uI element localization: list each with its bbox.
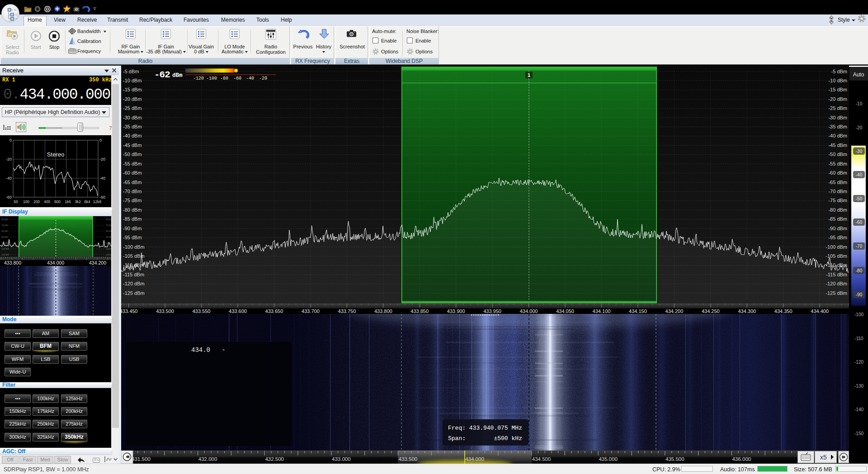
svg-text:436.000: 436.000	[732, 456, 751, 462]
svg-text:434.500: 434.500	[532, 456, 551, 462]
svg-text:-75 dBm: -75 dBm	[123, 198, 142, 203]
svg-text:-50 dBm: -50 dBm	[123, 152, 142, 157]
svg-text:-62: -62	[154, 70, 170, 80]
svg-text:-30 dBm: -30 dBm	[123, 115, 142, 120]
svg-text:434.000: 434.000	[520, 308, 538, 314]
svg-text:Freq: 433.940.075 MHz: Freq: 433.940.075 MHz	[448, 425, 522, 431]
svg-text:433.700: 433.700	[302, 308, 320, 314]
svg-text:-115 dBm: -115 dBm	[826, 272, 847, 277]
svg-text:433.750: 433.750	[338, 308, 356, 314]
svg-text:-40 dBm: -40 dBm	[123, 133, 142, 138]
svg-text:-10: -10	[856, 101, 863, 106]
svg-text:434.000: 434.000	[465, 456, 484, 462]
svg-text:-80: -80	[856, 268, 863, 273]
svg-text:0: 0	[99, 138, 102, 142]
svg-text:-90.000: -90.000	[105, 236, 111, 238]
svg-text:-90 dBm: -90 dBm	[123, 226, 142, 231]
svg-text:-125 dBm: -125 dBm	[123, 290, 145, 296]
svg-text:-105 dBm: -105 dBm	[826, 253, 847, 259]
svg-text:-90 dBm: -90 dBm	[828, 226, 847, 231]
svg-text:-70.000: -70.000	[105, 224, 111, 227]
svg-text:-70.000: -70.000	[1, 224, 8, 227]
svg-text:434.150: 434.150	[629, 308, 647, 314]
svg-text:434.350: 434.350	[774, 308, 793, 314]
svg-text:x5: x5	[820, 454, 827, 461]
svg-text:-100 dBm: -100 dBm	[123, 244, 145, 250]
svg-text:-60: -60	[99, 195, 105, 199]
svg-text:-95 dBm: -95 dBm	[123, 235, 142, 240]
svg-text:435.500: 435.500	[665, 456, 684, 462]
svg-text:-45 dBm: -45 dBm	[828, 142, 847, 148]
svg-text:434.050: 434.050	[556, 308, 574, 314]
svg-text:432.000: 432.000	[198, 456, 217, 462]
svg-text:-70 dBm: -70 dBm	[123, 189, 142, 194]
svg-text:-60 dBm: -60 dBm	[828, 170, 847, 175]
svg-text:12k8: 12k8	[93, 199, 102, 204]
svg-text:431.500: 431.500	[132, 456, 151, 462]
svg-text:-115 dBm: -115 dBm	[123, 272, 144, 277]
svg-text:3k2: 3k2	[75, 199, 81, 204]
svg-text:400: 400	[44, 199, 50, 204]
svg-text:-20 dBm: -20 dBm	[123, 96, 142, 102]
svg-text:200: 200	[33, 199, 40, 204]
svg-text:100: 100	[23, 199, 29, 204]
svg-text:-20: -20	[259, 76, 267, 81]
svg-text:434.200: 434.200	[89, 260, 106, 265]
svg-text:-80.000: -80.000	[105, 230, 111, 232]
svg-text:-45 dBm: -45 dBm	[123, 142, 142, 148]
svg-text:434.400: 434.400	[811, 308, 829, 314]
svg-text:-90.000: -90.000	[1, 236, 8, 238]
svg-text:434.0 -: 434.0 -	[191, 346, 226, 354]
svg-text:-80: -80	[220, 76, 228, 81]
svg-text:433.500: 433.500	[156, 308, 174, 314]
svg-text:dBm: dBm	[172, 72, 183, 79]
svg-text:433.900: 433.900	[447, 308, 465, 314]
svg-text:-25 dBm: -25 dBm	[828, 105, 847, 111]
svg-text:-90: -90	[856, 292, 863, 297]
svg-text:-40: -40	[6, 176, 12, 180]
svg-text:-50 dBm: -50 dBm	[828, 152, 847, 157]
svg-text:-40: -40	[99, 176, 105, 180]
svg-text:-25 dBm: -25 dBm	[123, 105, 142, 111]
svg-text:433.500: 433.500	[399, 456, 418, 462]
svg-text:-60: -60	[233, 76, 241, 81]
svg-text:Span: ±500 kHz: Span: ±500 kHz	[448, 435, 522, 442]
svg-text:434.200: 434.200	[665, 308, 684, 314]
svg-text:433.550: 433.550	[193, 308, 211, 314]
svg-text:434.000: 434.000	[47, 260, 64, 265]
svg-text:Stereo: Stereo	[47, 151, 64, 158]
svg-text:433.800: 433.800	[374, 308, 392, 314]
svg-text:-150: -150	[854, 431, 863, 436]
svg-text:-120: -120	[854, 360, 863, 365]
svg-text:433.000: 433.000	[332, 456, 351, 462]
svg-text:435.000: 435.000	[599, 456, 618, 462]
svg-text:-120: -120	[193, 76, 204, 81]
svg-text:-80.000: -80.000	[1, 230, 8, 232]
svg-text:-35 dBm: -35 dBm	[123, 124, 142, 129]
svg-text:-60.000: -60.000	[105, 218, 111, 221]
svg-text:-55 dBm: -55 dBm	[123, 161, 142, 166]
svg-text:-5 dBm: -5 dBm	[831, 69, 847, 74]
svg-text:-60 dBm: -60 dBm	[123, 170, 142, 175]
svg-text:-70 dBm: -70 dBm	[828, 189, 847, 194]
svg-text:-70: -70	[856, 244, 863, 249]
svg-text:433.950: 433.950	[483, 308, 501, 314]
svg-text:-20: -20	[99, 157, 105, 161]
svg-text:-125 dBm: -125 dBm	[826, 290, 847, 296]
svg-text:800: 800	[54, 199, 61, 204]
svg-text:433.850: 433.850	[410, 308, 429, 314]
svg-text:-20: -20	[6, 157, 12, 161]
svg-text:-10 dBm: -10 dBm	[123, 78, 142, 83]
svg-text:434.300: 434.300	[738, 308, 756, 314]
svg-text:-80 dBm: -80 dBm	[123, 207, 142, 213]
svg-text:-30 dBm: -30 dBm	[828, 115, 847, 120]
svg-text:-15 dBm: -15 dBm	[828, 87, 847, 92]
svg-text:-5 dBm: -5 dBm	[123, 69, 139, 74]
svg-text:-110.000: -110.000	[1, 242, 9, 244]
svg-text:-110: -110	[854, 336, 863, 341]
svg-text:-50: -50	[856, 196, 863, 201]
svg-text:1k6: 1k6	[65, 199, 71, 204]
svg-text:433.800: 433.800	[4, 260, 21, 265]
svg-text:-120 dBm: -120 dBm	[826, 281, 847, 286]
svg-text:-100: -100	[854, 312, 863, 317]
